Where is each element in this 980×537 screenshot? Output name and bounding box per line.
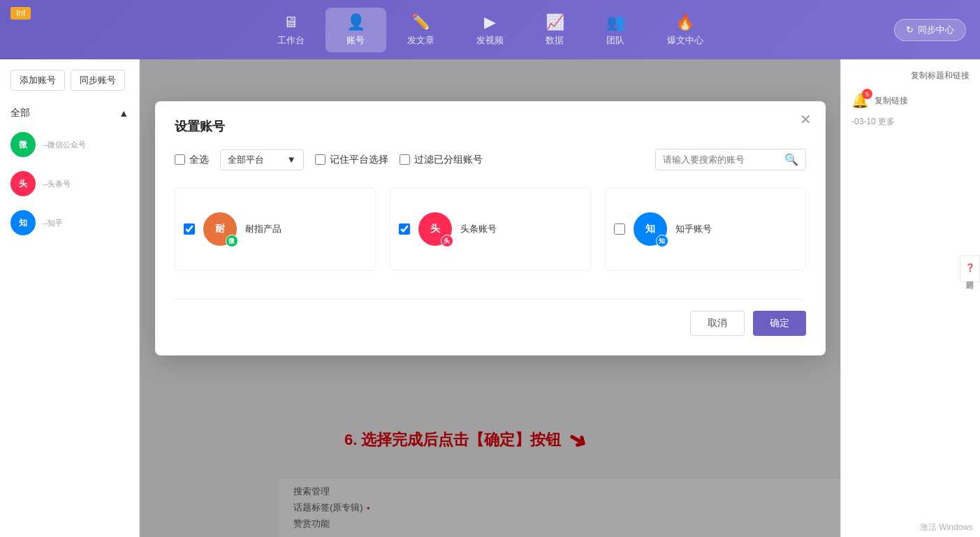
nav-label-post-article: 发文章 — [407, 34, 434, 47]
dialog-close-button[interactable]: ✕ — [800, 112, 812, 126]
cancel-button[interactable]: 取消 — [690, 311, 745, 336]
nav-label-workbench: 工作台 — [277, 34, 305, 47]
account-avatar-3: 知 知 — [634, 212, 667, 246]
sidebar-item-wechat[interactable]: 微 --微信公众号 — [0, 125, 139, 164]
copy-title-link-text[interactable]: 复制标题和链接 — [911, 70, 970, 82]
search-input[interactable] — [663, 154, 780, 165]
bell-badge: 5 — [862, 89, 872, 99]
nav-item-account[interactable]: 👤 账号 — [326, 8, 386, 52]
nav-item-workbench[interactable]: 🖥 工作台 — [256, 8, 326, 52]
watermark: 激活 Windows — [920, 522, 973, 534]
sync-icon: ↻ — [906, 24, 914, 35]
platform-select-dropdown[interactable]: 全部平台 ▼ — [220, 149, 304, 170]
nav-item-post-video[interactable]: ▶ 发视频 — [455, 8, 525, 52]
platform-badge-wechat: 微 — [226, 235, 238, 247]
dialog-title: 设置账号 — [175, 118, 806, 135]
sidebar-platform-zhihu: --知乎 — [43, 218, 129, 228]
right-panel-icons: 复制标题和链接 — [851, 70, 970, 82]
platform-badge-toutiao: 头 — [441, 235, 453, 247]
post-article-icon: ✏️ — [411, 13, 430, 31]
avatar-wechat: 微 — [10, 132, 36, 157]
sync-account-button[interactable]: 同步账号 — [71, 70, 125, 91]
sync-label: 同步中心 — [918, 24, 954, 36]
filter-grouped-checkbox[interactable] — [400, 154, 410, 165]
select-all-text: 全选 — [189, 154, 209, 166]
remember-choice-text: 记住平台选择 — [330, 154, 388, 166]
select-all-checkbox[interactable] — [175, 154, 185, 165]
avatar-zhihu: 知 — [10, 210, 36, 235]
sidebar-platform-toutiao: --头条号 — [43, 179, 129, 189]
account-card-1: 耐 微 耐指产品 — [175, 187, 376, 271]
account-info-1: 耐指产品 — [245, 223, 367, 235]
sidebar-platform-wechat: --微信公众号 — [43, 140, 129, 150]
platform-badge-zhihu: 知 — [656, 235, 668, 247]
account-card-3: 知 知 知乎账号 — [605, 187, 806, 271]
dialog-set-account: 设置账号 ✕ 全选 全部平台 ▼ 记住平台选择 — [155, 101, 826, 355]
remember-choice-checkbox[interactable] — [315, 154, 326, 165]
chevron-down-icon: ▼ — [287, 154, 296, 165]
nav-brand: Inf — [10, 7, 31, 20]
sidebar-item-info-toutiao: --头条号 — [43, 179, 129, 189]
sidebar-collapse-icon: ▲ — [119, 108, 129, 119]
date-row: -03-10 更多 — [851, 116, 970, 128]
main-layout: 添加账号 同步账号 全部 ▲ 微 --微信公众号 头 --头条号 知 --知乎 — [0, 59, 980, 537]
avatar-toutiao: 头 — [10, 171, 36, 196]
account-info-2: 头条账号 — [460, 223, 582, 235]
search-box: 🔍 — [655, 149, 806, 170]
post-video-icon: ▶ — [484, 13, 496, 31]
more-button[interactable]: 更多 — [878, 117, 895, 126]
account-info-3: 知乎账号 — [675, 223, 797, 235]
sidebar: 添加账号 同步账号 全部 ▲ 微 --微信公众号 头 --头条号 知 --知乎 — [0, 59, 140, 537]
copy-link-button[interactable]: 复制链接 — [875, 95, 908, 107]
sidebar-all-section: 全部 ▲ — [0, 101, 139, 125]
top-navigation: Inf 🖥 工作台 👤 账号 ✏️ 发文章 ▶ 发视频 📈 数据 👥 团队 🔥 … — [0, 0, 980, 59]
nav-label-data: 数据 — [546, 34, 564, 47]
platform-select-label: 全部平台 — [228, 154, 264, 166]
bell-icon[interactable]: 🔔 5 — [851, 92, 869, 109]
filter-grouped-text: 过滤已分组账号 — [414, 154, 483, 166]
account-avatar-1: 耐 微 — [203, 212, 237, 246]
account-name-2: 头条账号 — [460, 223, 582, 235]
filter-grouped-label[interactable]: 过滤已分组账号 — [400, 154, 483, 166]
sidebar-item-info-wechat: --微信公众号 — [43, 140, 129, 150]
account-name-3: 知乎账号 — [675, 223, 797, 235]
question-icon: ❓ — [965, 263, 975, 272]
dialog-overlay: 设置账号 ✕ 全选 全部平台 ▼ 记住平台选择 — [140, 59, 840, 537]
sidebar-item-info-zhihu: --知乎 — [43, 218, 129, 228]
account-checkbox-1[interactable] — [184, 223, 195, 235]
remember-choice-label[interactable]: 记住平台选择 — [315, 154, 388, 166]
confirm-button[interactable]: 确定 — [753, 311, 806, 336]
content-area: 搜索管理 话题标签(原专辑) ● 赞赏功能 6. 选择完成后点击【确定】按钮 ➜… — [140, 59, 840, 537]
nav-item-post-article[interactable]: ✏️ 发文章 — [386, 8, 455, 52]
nav-label-post-video: 发视频 — [476, 34, 504, 47]
sync-center-button[interactable]: ↻ 同步中心 — [894, 19, 966, 41]
account-grid: 耐 微 耐指产品 头 头 — [175, 187, 806, 271]
data-icon: 📈 — [546, 13, 564, 31]
nav-label-team: 团队 — [606, 34, 624, 47]
add-account-button[interactable]: 添加账号 — [10, 70, 65, 91]
nav-item-viral[interactable]: 🔥 爆文中心 — [646, 8, 724, 52]
team-icon: 👥 — [606, 13, 625, 31]
avatar-text-2: 头 — [430, 223, 440, 235]
nav-items: 🖥 工作台 👤 账号 ✏️ 发文章 ▶ 发视频 📈 数据 👥 团队 🔥 爆文中心 — [256, 8, 724, 52]
right-panel: 复制标题和链接 🔔 5 复制链接 -03-10 更多 — [840, 59, 980, 537]
dialog-toolbar: 全选 全部平台 ▼ 记住平台选择 过滤已分组账号 — [175, 149, 806, 170]
account-avatar-2: 头 头 — [418, 212, 452, 246]
account-name-1: 耐指产品 — [245, 223, 367, 235]
sidebar-actions: 添加账号 同步账号 — [0, 70, 139, 101]
workbench-icon: 🖥 — [283, 13, 298, 31]
account-checkbox-3[interactable] — [614, 223, 625, 235]
nav-item-team[interactable]: 👥 团队 — [585, 8, 646, 52]
account-checkbox-2[interactable] — [399, 223, 410, 235]
nav-item-data[interactable]: 📈 数据 — [525, 8, 585, 52]
avatar-text-1: 耐 — [215, 223, 225, 235]
viral-icon: 🔥 — [675, 13, 694, 31]
sidebar-item-toutiao[interactable]: 头 --头条号 — [0, 164, 139, 203]
account-card-2: 头 头 头条账号 — [390, 187, 591, 271]
copy-row: 🔔 5 复制链接 — [851, 92, 970, 109]
search-icon: 🔍 — [784, 153, 798, 166]
account-icon: 👤 — [346, 13, 365, 31]
side-feedback[interactable]: ❓ 遇到问题 — [960, 255, 980, 282]
sidebar-item-zhihu[interactable]: 知 --知乎 — [0, 203, 139, 242]
select-all-label[interactable]: 全选 — [175, 154, 209, 166]
